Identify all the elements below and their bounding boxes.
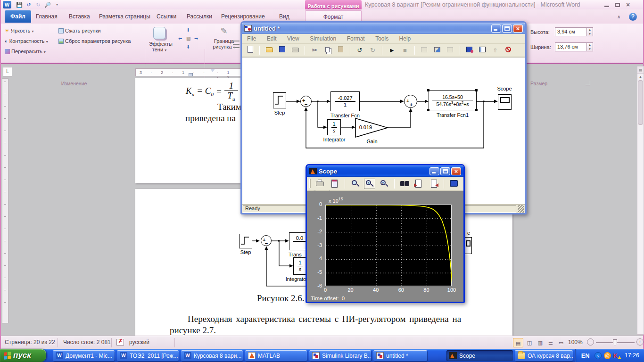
menu-help[interactable]: Help xyxy=(395,35,415,42)
save-icon[interactable]: 💾 xyxy=(15,1,24,8)
library-browser-icon[interactable] xyxy=(464,46,474,55)
sum-block-2[interactable]: + + xyxy=(404,95,417,108)
scope-close-button[interactable]: × xyxy=(451,167,461,175)
transfer-fcn-block[interactable]: -0.0271 xyxy=(330,91,360,111)
menu-tools[interactable]: Tools xyxy=(371,35,393,42)
view-web-button[interactable]: ▥ xyxy=(535,338,545,347)
save-axes-icon[interactable] xyxy=(413,179,425,189)
tab-home[interactable]: Главная xyxy=(30,10,63,23)
zoom-y-icon[interactable]: y xyxy=(379,179,390,189)
cut-icon[interactable]: ✂ xyxy=(310,46,320,55)
zoom-out-button[interactable]: – xyxy=(587,338,594,346)
menu-view[interactable]: View xyxy=(283,35,304,42)
spellcheck-icon[interactable]: ✗ xyxy=(116,339,124,346)
resize-grip[interactable] xyxy=(518,205,524,213)
contrast-button[interactable]: ◐ Контрастность ▾ xyxy=(5,38,48,44)
restore-axes-icon[interactable] xyxy=(428,179,439,189)
taskbar-button-matlab[interactable]: MATLAB xyxy=(245,350,307,361)
taskbar-button-toe2[interactable]: WТОЭ2_2011 [Реж... xyxy=(117,350,179,361)
word-close-button[interactable]: × xyxy=(626,1,630,8)
view-print-layout-button[interactable]: ▤ xyxy=(513,338,523,347)
height-spinner[interactable]: ▲▼ xyxy=(587,27,593,36)
print-scope-icon[interactable] xyxy=(314,179,326,189)
picture-border-button[interactable]: ✎ Границарисунка ▾ xyxy=(208,26,239,49)
integrator-block[interactable]: 1s xyxy=(327,119,341,135)
taskbar-button-document1[interactable]: WДокумент1 - Mic... xyxy=(53,350,115,361)
nudge-shadow-up-icon[interactable]: ⬆ xyxy=(186,27,190,33)
zoom-icon[interactable] xyxy=(350,179,361,189)
tab-insert[interactable]: Вставка xyxy=(63,10,96,23)
line-style-icon[interactable] xyxy=(233,41,239,41)
page-indicator[interactable]: Страница: 20 из 22 xyxy=(5,339,55,346)
model-browser-icon[interactable] xyxy=(478,46,487,55)
collapse-ribbon-icon[interactable]: ∧ xyxy=(617,14,620,19)
hanging-indent-marker[interactable] xyxy=(189,73,193,76)
menu-edit[interactable]: Edit xyxy=(263,35,281,42)
height-field[interactable]: 3,94 см xyxy=(555,27,587,36)
debug-icon[interactable] xyxy=(503,46,513,55)
scope-titlebar[interactable]: Scope × xyxy=(307,165,463,177)
embedded-scope-block[interactable] xyxy=(464,237,472,254)
autoscale-icon[interactable] xyxy=(399,179,411,189)
agent-icon[interactable]: @ xyxy=(604,352,611,359)
recolor-button[interactable]: Перекрасить ▾ xyxy=(5,49,46,54)
embedded-step-block[interactable] xyxy=(239,234,252,248)
start-simulation-icon[interactable]: ► xyxy=(387,46,397,55)
step-block[interactable] xyxy=(273,92,286,108)
scope-block[interactable] xyxy=(498,94,512,110)
qat-customize-icon[interactable]: ▾ xyxy=(53,1,61,8)
vertical-scrollbar[interactable]: ▤ ▲ xyxy=(637,66,644,335)
shadow-effects-button[interactable]: Эффектытени ▾ xyxy=(149,26,170,60)
taskbar-button-kursovaya[interactable]: WКурсовая 8 вари... xyxy=(181,350,243,361)
floating-scope-icon[interactable] xyxy=(448,179,460,189)
go-to-parent-icon[interactable]: ⇧ xyxy=(490,46,500,55)
zoom-in-button[interactable]: + xyxy=(636,338,644,346)
selection-handle[interactable] xyxy=(475,109,478,111)
scroll-up-arrow[interactable]: ▲ xyxy=(637,74,644,80)
tab-page-layout[interactable]: Разметка страницы xyxy=(93,10,156,23)
undo-icon[interactable]: ↺ xyxy=(25,1,33,8)
word-restore-button[interactable] xyxy=(615,3,620,7)
nudge-shadow-down-icon[interactable]: ⬇ xyxy=(186,44,190,49)
taskbar-button-simulink-library[interactable]: Simulink Library B... xyxy=(309,350,371,361)
simulink-minimize-button[interactable] xyxy=(491,25,501,33)
clock[interactable]: 17:26 xyxy=(625,352,639,359)
update-diagram-icon[interactable] xyxy=(419,46,429,55)
tab-selector-button[interactable]: L xyxy=(3,67,12,76)
nudge-shadow-left-icon[interactable]: ⬅ xyxy=(178,36,182,41)
redo-icon-simulink[interactable]: ↻ xyxy=(368,46,378,55)
help-icon[interactable]: ? xyxy=(629,13,637,21)
scrollbar-thumb[interactable] xyxy=(638,80,643,125)
scope-maximize-button[interactable] xyxy=(440,167,450,175)
view-fullscreen-button[interactable]: ◫ xyxy=(524,338,535,347)
print-icon[interactable] xyxy=(290,46,300,55)
scope-axes[interactable] xyxy=(325,205,452,286)
taskbar-button-untitled[interactable]: untitled * xyxy=(373,350,427,361)
selection-handle[interactable] xyxy=(427,89,429,91)
paste-icon[interactable] xyxy=(336,46,346,55)
menu-file[interactable]: File xyxy=(243,35,260,42)
view-draft-button[interactable]: ▭ xyxy=(556,338,566,347)
compress-pictures-button[interactable]: Сжать рисунки xyxy=(58,28,101,33)
copy-icon[interactable] xyxy=(322,46,332,55)
view-outline-button[interactable]: ☰ xyxy=(545,338,556,347)
undo-icon-simulink[interactable]: ↺ xyxy=(355,46,365,55)
menu-format[interactable]: Format xyxy=(343,35,369,42)
sum-block-1[interactable]: + – xyxy=(300,96,312,107)
tab-mailings[interactable]: Рассылки xyxy=(181,10,218,23)
save-model-icon[interactable] xyxy=(277,46,287,55)
selection-handle[interactable] xyxy=(475,89,478,91)
simulink-close-button[interactable]: × xyxy=(513,25,523,33)
word-count[interactable]: Число слов: 2 081 xyxy=(63,339,111,346)
embedded-integrator-block[interactable]: 1s xyxy=(293,257,307,275)
reset-picture-button[interactable]: Сброс параметров рисунка xyxy=(58,38,131,44)
vertical-ruler[interactable] xyxy=(2,78,8,323)
ruler-toggle-button[interactable]: ▤ xyxy=(637,66,644,74)
simulink-titlebar[interactable]: untitled * × xyxy=(242,23,525,34)
language-bar-icon[interactable]: ‹ xyxy=(594,352,602,359)
tab-file[interactable]: Файл xyxy=(5,10,31,23)
selection-handle[interactable] xyxy=(427,109,429,111)
width-field[interactable]: 13,76 см xyxy=(555,42,587,51)
word-app-icon[interactable]: W xyxy=(3,1,11,8)
toggle-shadow-icon[interactable]: ▧ xyxy=(186,36,190,41)
